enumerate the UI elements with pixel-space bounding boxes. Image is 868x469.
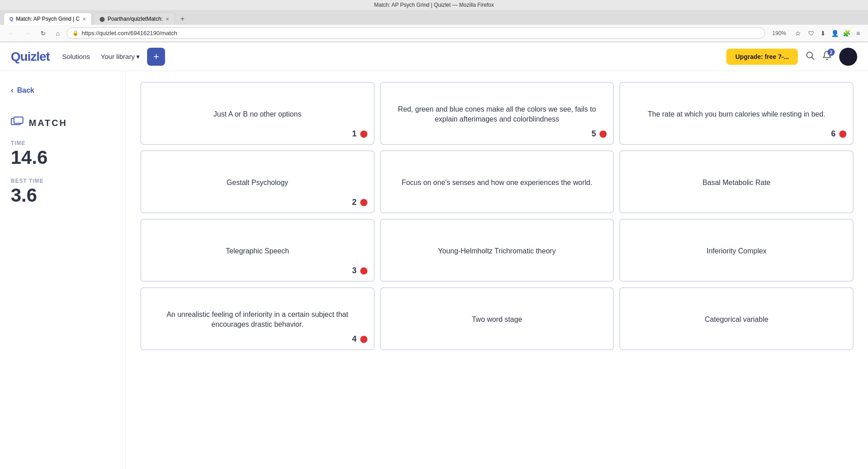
svg-rect-3 (14, 117, 23, 123)
new-tab-button[interactable]: + (177, 13, 188, 25)
notifications-button[interactable]: 2 (822, 50, 832, 63)
card-item[interactable]: Inferiority Complex (619, 219, 854, 282)
reload-btn[interactable]: ↻ (38, 29, 49, 38)
chevron-down-icon: ▾ (136, 53, 140, 61)
card-item[interactable]: Young-Helmholtz Trichromatic theory (380, 219, 614, 282)
card-text: Telegraphic Speech (226, 246, 289, 256)
tab-favicon: Q (9, 16, 13, 22)
main-container: ‹ Back Match TIME 14.6 BEST TIME 3.6 (0, 71, 868, 469)
your-library-label: Your library (101, 53, 134, 60)
cards-grid: Just A or B no other options1Red, green … (140, 82, 854, 350)
lock-icon: 🔒 (72, 30, 79, 36)
card-item[interactable]: The rate at which you burn calories whil… (619, 82, 854, 145)
match-icon (11, 117, 23, 129)
cards-icon (11, 117, 23, 126)
card-text: Two word stage (472, 315, 522, 325)
search-button[interactable] (805, 50, 815, 63)
match-header: Match (11, 117, 115, 129)
time-stat: TIME 14.6 (11, 140, 115, 167)
menu-icon[interactable]: ≡ (854, 29, 863, 38)
url-box[interactable]: 🔒 https://quizlet.com/694162190/match (67, 27, 765, 39)
game-area: Just A or B no other options1Red, green … (126, 71, 868, 469)
card-number: 6 (831, 129, 846, 139)
card-text: Just A or B no other options (213, 109, 301, 119)
logo[interactable]: Quizlet (11, 50, 49, 64)
best-time-label: BEST TIME (11, 178, 115, 184)
forward-nav-btn[interactable]: → (22, 29, 33, 38)
notification-badge: 2 (828, 49, 835, 56)
create-button[interactable]: + (147, 48, 165, 66)
home-btn[interactable]: ⌂ (53, 29, 62, 38)
card-item[interactable]: Just A or B no other options1 (140, 82, 375, 145)
card-item[interactable]: Telegraphic Speech3 (140, 219, 375, 282)
title-bar: Match: AP Psych Grind | Quizlet — Mozill… (0, 0, 868, 10)
sidebar: ‹ Back Match TIME 14.6 BEST TIME 3.6 (0, 71, 126, 469)
card-item[interactable]: Gestalt Psychology2 (140, 150, 375, 213)
time-label: TIME (11, 140, 115, 146)
card-number: 5 (591, 129, 607, 139)
card-item[interactable]: Categorical variable (619, 287, 854, 350)
bookmark-icon[interactable]: ☆ (793, 29, 802, 38)
card-item[interactable]: Two word stage (380, 287, 614, 350)
browser-toolbar: 🛡 ⬇ 👤 🧩 ≡ (807, 29, 863, 38)
card-text: The rate at which you burn calories whil… (648, 109, 825, 119)
card-number: 4 (352, 334, 367, 344)
back-button[interactable]: ‹ Back (11, 86, 115, 95)
tab2-close-btn[interactable]: ✕ (166, 17, 169, 22)
extension-icon[interactable]: 🧩 (842, 29, 851, 38)
shield-icon[interactable]: 🛡 (807, 29, 816, 38)
best-time-stat: BEST TIME 3.6 (11, 178, 115, 205)
card-text: Focus on one's senses and how one experi… (402, 178, 592, 188)
card-dot (360, 267, 367, 275)
svg-line-1 (812, 57, 814, 59)
card-text: An unrealistic feeling of inferiority in… (148, 310, 367, 330)
your-library-nav[interactable]: Your library ▾ (101, 53, 140, 61)
card-number: 3 (352, 266, 367, 275)
tab-close-btn[interactable]: ✕ (82, 17, 86, 22)
browser-chrome: Match: AP Psych Grind | Quizlet — Mozill… (0, 0, 868, 42)
avatar[interactable] (839, 48, 857, 66)
tab2-label: Poarthan/quizletMatch: (107, 16, 163, 22)
card-item[interactable]: Red, green and blue cones make all the c… (380, 82, 614, 145)
card-text: Young-Helmholtz Trichromatic theory (438, 246, 556, 256)
app-header: Quizlet Solutions Your library ▾ + Upgra… (0, 42, 868, 71)
card-dot (600, 131, 607, 138)
section-title: Match (29, 118, 67, 128)
chevron-left-icon: ‹ (11, 86, 13, 95)
profile-icon[interactable]: 👤 (830, 29, 839, 38)
card-dot (360, 131, 367, 138)
card-dot (839, 131, 846, 138)
card-text: Gestalt Psychology (227, 178, 288, 188)
best-time-value: 3.6 (11, 186, 115, 205)
card-text: Red, green and blue cones make all the c… (388, 104, 606, 125)
card-number: 1 (352, 129, 367, 139)
upgrade-button[interactable]: Upgrade: free 7-... (726, 49, 798, 65)
card-dot (360, 199, 367, 206)
url-text: https://quizlet.com/694162190/match (81, 30, 177, 36)
tab-label: Match: AP Psych Grind | C (16, 16, 80, 22)
zoom-level: 190% (770, 30, 789, 36)
match-section: Match TIME 14.6 BEST TIME 3.6 (11, 117, 115, 205)
tab2-favicon: ⬤ (99, 16, 105, 22)
search-icon (805, 50, 815, 60)
solutions-nav[interactable]: Solutions (62, 53, 90, 60)
card-item[interactable]: An unrealistic feeling of inferiority in… (140, 287, 375, 350)
card-number: 2 (352, 198, 367, 207)
card-text: Inferiority Complex (707, 246, 766, 256)
card-text: Basal Metabolic Rate (702, 178, 770, 188)
back-label: Back (17, 86, 34, 95)
card-text: Categorical variable (705, 315, 768, 325)
back-nav-btn[interactable]: ← (5, 29, 17, 38)
time-value: 14.6 (11, 148, 115, 167)
card-item[interactable]: Focus on one's senses and how one experi… (380, 150, 614, 213)
address-bar: ← → ↻ ⌂ 🔒 https://quizlet.com/694162190/… (0, 25, 868, 42)
card-item[interactable]: Basal Metabolic Rate (619, 150, 854, 213)
download-icon[interactable]: ⬇ (819, 29, 828, 38)
active-tab[interactable]: Q Match: AP Psych Grind | C ✕ (4, 13, 92, 25)
tab-bar: Q Match: AP Psych Grind | C ✕ ⬤ Poarthan… (0, 10, 868, 25)
window-title: Match: AP Psych Grind | Quizlet — Mozill… (374, 2, 494, 8)
card-dot (360, 336, 367, 343)
header-right: Upgrade: free 7-... 2 (726, 48, 857, 66)
inactive-tab[interactable]: ⬤ Poarthan/quizletMatch: ✕ (94, 13, 175, 25)
